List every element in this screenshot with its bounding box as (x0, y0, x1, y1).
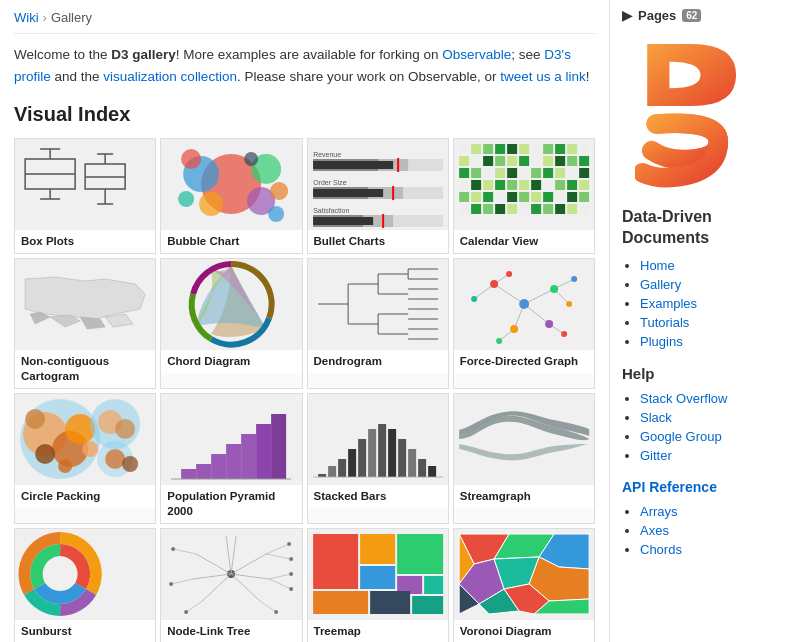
gallery-item-chord-diagram[interactable]: Chord Diagram (160, 258, 302, 389)
svg-rect-65 (495, 168, 505, 178)
svg-rect-38 (313, 217, 373, 225)
sidebar-help-slack[interactable]: Slack (640, 410, 672, 425)
observable-link[interactable]: Observable (442, 47, 511, 62)
svg-rect-206 (313, 534, 358, 589)
gallery-item-non-contiguous-cartogram[interactable]: Non-contiguous Cartogram (14, 258, 156, 389)
svg-rect-92 (555, 192, 565, 202)
gallery-item-population-pyramid[interactable]: Population Pyramid 2000 (160, 393, 302, 524)
svg-line-189 (226, 536, 231, 574)
gallery-item-label: Population Pyramid 2000 (161, 484, 301, 523)
gallery-item-node-link-tree[interactable]: Node-Link Tree (160, 528, 302, 642)
svg-rect-71 (567, 168, 577, 178)
svg-rect-165 (256, 424, 271, 479)
sidebar-help-title: Help (622, 365, 788, 382)
svg-text:Revenue: Revenue (313, 151, 341, 158)
gallery-item-label: Node-Link Tree (161, 619, 301, 642)
gallery-item-circle-packing[interactable]: Circle Packing (14, 393, 156, 524)
svg-rect-63 (471, 168, 481, 178)
svg-point-201 (289, 587, 293, 591)
d3-logo (635, 35, 775, 195)
svg-point-204 (169, 582, 173, 586)
svg-rect-62 (459, 168, 469, 178)
gallery-item-label: Stacked Bars (308, 484, 448, 508)
svg-point-138 (510, 325, 518, 333)
svg-rect-85 (471, 192, 481, 202)
sidebar-api-arrays[interactable]: Arrays (640, 504, 678, 519)
svg-point-136 (490, 280, 498, 288)
sidebar-api-chords[interactable]: Chords (640, 542, 682, 557)
svg-line-185 (201, 574, 231, 602)
gallery-item-box-plots[interactable]: Box Plots (14, 138, 156, 254)
pages-label: Pages (638, 8, 676, 23)
svg-rect-173 (368, 429, 376, 477)
svg-point-202 (274, 610, 278, 614)
svg-rect-74 (471, 180, 481, 190)
gallery-item-label: Non-contiguous Cartogram (15, 349, 155, 388)
gallery-item-sunburst[interactable]: Sunburst (14, 528, 156, 642)
svg-rect-97 (483, 204, 493, 214)
sidebar-main-nav: Home Gallery Examples Tutorials Plugins (622, 257, 788, 349)
pages-header[interactable]: ▶ Pages 62 (622, 8, 788, 23)
gallery-item-streamgraph[interactable]: Streamgraph (453, 393, 595, 524)
svg-rect-41 (471, 144, 481, 154)
svg-rect-51 (459, 156, 469, 166)
sidebar-nav-home[interactable]: Home (640, 258, 675, 273)
svg-rect-104 (567, 204, 577, 214)
svg-point-144 (496, 338, 502, 344)
svg-point-143 (566, 301, 572, 307)
sidebar-nav-gallery[interactable]: Gallery (640, 277, 681, 292)
sidebar-nav-plugins[interactable]: Plugins (640, 334, 683, 349)
gallery-item-force-directed-graph[interactable]: Force-Directed Graph (453, 258, 595, 389)
svg-rect-87 (495, 192, 505, 202)
gallery-item-treemap[interactable]: Treemap (307, 528, 449, 642)
sidebar-help-gitter[interactable]: Gitter (640, 448, 672, 463)
svg-rect-160 (181, 469, 196, 479)
gallery-item-label: Circle Packing (15, 484, 155, 508)
svg-line-187 (196, 554, 231, 574)
gallery-item-stacked-bars[interactable]: Stacked Bars (307, 393, 449, 524)
gallery-item-voronoi-diagram[interactable]: Voronoi Diagram (453, 528, 595, 642)
svg-rect-98 (495, 204, 505, 214)
sidebar-nav-tutorials[interactable]: Tutorials (640, 315, 689, 330)
gallery-item-calendar-view[interactable]: Calendar View (453, 138, 595, 254)
breadcrumb-wiki-link[interactable]: Wiki (14, 10, 39, 25)
svg-rect-179 (428, 466, 436, 477)
svg-rect-73 (459, 180, 469, 190)
svg-rect-48 (555, 144, 565, 154)
svg-point-205 (171, 547, 175, 551)
svg-rect-100 (519, 204, 529, 214)
svg-rect-54 (495, 156, 505, 166)
gallery-item-label: Streamgraph (454, 484, 594, 508)
svg-rect-58 (543, 156, 553, 166)
gallery-item-dendrogram[interactable]: Dendrogram (307, 258, 449, 389)
visualization-collection-link[interactable]: visualization collection (103, 69, 237, 84)
svg-rect-94 (579, 192, 589, 202)
svg-rect-170 (338, 459, 346, 477)
svg-rect-162 (211, 454, 226, 479)
svg-rect-163 (226, 444, 241, 479)
svg-line-194 (261, 602, 276, 612)
svg-rect-40 (459, 144, 469, 154)
sidebar-api-nav: Arrays Axes Chords (622, 503, 788, 557)
svg-point-150 (25, 409, 45, 429)
sidebar-help-stackoverflow[interactable]: Stack Overflow (640, 391, 727, 406)
svg-point-135 (519, 299, 529, 309)
svg-rect-209 (360, 566, 395, 589)
sidebar-nav-examples[interactable]: Examples (640, 296, 697, 311)
svg-rect-79 (531, 180, 541, 190)
sidebar-api-axes[interactable]: Axes (640, 523, 669, 538)
svg-rect-166 (271, 414, 286, 479)
gallery-item-bubble-chart[interactable]: Bubble Chart (160, 138, 302, 254)
svg-line-186 (193, 574, 231, 579)
sidebar: ▶ Pages 62 Data-Driven Documents (610, 0, 800, 642)
svg-rect-81 (555, 180, 565, 190)
svg-rect-67 (519, 168, 529, 178)
svg-rect-211 (424, 576, 443, 594)
tweet-link[interactable]: tweet us a link (500, 69, 586, 84)
svg-rect-42 (483, 144, 493, 154)
gallery-item-bullet-charts[interactable]: Revenue Order Size S (307, 138, 449, 254)
sidebar-help-google-group[interactable]: Google Group (640, 429, 722, 444)
svg-rect-214 (412, 596, 443, 614)
sidebar-help-nav: Stack Overflow Slack Google Group Gitter (622, 390, 788, 463)
svg-rect-101 (531, 204, 541, 214)
